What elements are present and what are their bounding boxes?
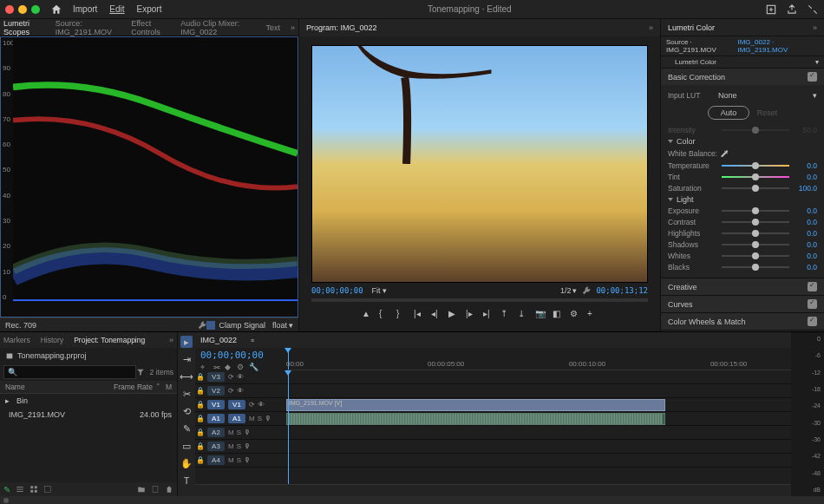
saturation-value[interactable]: 100.0 xyxy=(793,184,817,193)
clamp-checkbox[interactable] xyxy=(206,321,215,330)
lock-icon[interactable]: 🔒 xyxy=(195,401,206,409)
chevron-right-icon[interactable]: ▸ xyxy=(5,396,10,405)
voiceover-icon[interactable]: 🎙 xyxy=(265,415,271,422)
sync-lock-icon[interactable]: ⟳ xyxy=(249,401,255,409)
tab-lumetri-scopes[interactable]: Lumetri Scopes xyxy=(3,19,45,36)
chevron-down-icon[interactable]: ▾ xyxy=(572,286,577,295)
track-v2[interactable]: V2 xyxy=(207,386,225,396)
timeline-timecode[interactable]: 00;00;00;00 xyxy=(200,350,281,361)
eye-icon[interactable]: 👁 xyxy=(237,373,244,381)
time-ruler[interactable]: 00:00 00:00:05:00 00:00:10:00 00:00:15:0… xyxy=(286,348,791,370)
lumetri-fx-select[interactable]: Lumetri Color xyxy=(675,58,716,66)
col-framerate[interactable]: Frame Rate xyxy=(114,383,153,391)
highlights-slider[interactable] xyxy=(722,232,789,234)
mute-icon[interactable]: M xyxy=(228,442,234,450)
rectangle-tool-icon[interactable]: ▭ xyxy=(180,440,193,452)
lift-icon[interactable]: ⤒ xyxy=(500,309,511,319)
list-view-icon[interactable] xyxy=(16,485,24,494)
tab-sequence[interactable]: IMG_0022 xyxy=(200,336,237,344)
tab-history[interactable]: History xyxy=(41,336,63,344)
input-lut-dropdown[interactable]: None xyxy=(718,91,813,100)
lock-icon[interactable]: 🔒 xyxy=(195,429,206,436)
play-icon[interactable]: ▶ xyxy=(448,309,459,319)
mute-icon[interactable]: M xyxy=(228,456,234,464)
enable-checkbox[interactable] xyxy=(808,282,817,291)
workspace-edit[interactable]: Edit xyxy=(109,4,124,14)
home-icon[interactable] xyxy=(50,3,62,16)
mute-icon[interactable]: M xyxy=(249,415,255,422)
tab-source[interactable]: Source: IMG_2191.MOV xyxy=(56,19,121,36)
quick-export-icon[interactable] xyxy=(765,3,777,16)
blacks-slider[interactable] xyxy=(722,266,789,268)
temperature-slider[interactable] xyxy=(722,165,789,167)
tab-program[interactable]: Program: IMG_0022 xyxy=(306,23,377,32)
section-curves[interactable]: Curves xyxy=(661,296,824,312)
lock-icon[interactable]: 🔒 xyxy=(195,415,206,422)
export-frame-icon[interactable]: 📷 xyxy=(535,309,546,319)
project-item-bin[interactable]: ▸Bin xyxy=(0,394,177,408)
track-select-tool-icon[interactable]: ⇥ xyxy=(180,353,193,365)
compare-icon[interactable]: ◧ xyxy=(553,309,563,319)
freeform-view-icon[interactable] xyxy=(43,485,52,494)
new-bin-icon[interactable] xyxy=(137,485,146,494)
eye-icon[interactable]: 👁 xyxy=(258,401,265,409)
extract-icon[interactable]: ⤓ xyxy=(518,309,528,319)
track-a3[interactable]: A3 xyxy=(207,442,225,451)
step-fwd-icon[interactable]: |▸ xyxy=(466,309,476,319)
solo-icon[interactable]: S xyxy=(237,456,241,464)
disclosure-icon[interactable] xyxy=(668,140,673,143)
shadows-value[interactable]: 0.0 xyxy=(793,240,817,249)
track-a2[interactable]: A2 xyxy=(207,428,225,437)
tab-effect-controls[interactable]: Effect Controls xyxy=(131,19,170,36)
lock-icon[interactable]: 🔒 xyxy=(195,387,206,395)
lumetri-source-current[interactable]: IMG_0022 · IMG_2191.MOV xyxy=(737,38,819,54)
exposure-value[interactable]: 0.0 xyxy=(793,206,817,215)
program-monitor[interactable] xyxy=(311,45,648,283)
razor-tool-icon[interactable]: ✂ xyxy=(180,388,193,400)
hand-tool-icon[interactable]: ✋ xyxy=(180,457,193,469)
section-basic-correction[interactable]: Basic Correction xyxy=(661,69,824,85)
sort-asc-icon[interactable]: ˄ xyxy=(156,383,160,391)
track-v3[interactable]: V3 xyxy=(207,372,225,382)
go-to-in-icon[interactable]: |◂ xyxy=(414,309,424,319)
tab-text[interactable]: Text xyxy=(265,23,280,32)
temperature-value[interactable]: 0.0 xyxy=(793,161,817,170)
sync-lock-icon[interactable]: ⟳ xyxy=(228,373,234,381)
fit-dropdown[interactable]: Fit xyxy=(372,286,381,295)
track-target-v1[interactable]: V1 xyxy=(207,400,225,409)
trash-icon[interactable] xyxy=(165,485,173,494)
resolution-dropdown[interactable]: 1/2 xyxy=(560,286,572,295)
icon-view-icon[interactable] xyxy=(29,485,38,494)
disclosure-icon[interactable] xyxy=(668,198,673,201)
eye-icon[interactable]: 👁 xyxy=(237,387,244,395)
shadows-slider[interactable] xyxy=(722,244,789,245)
ripple-edit-tool-icon[interactable]: ⟷ xyxy=(180,370,193,383)
collapse-icon[interactable]: » xyxy=(291,23,295,32)
whites-value[interactable]: 0.0 xyxy=(793,252,817,260)
chevron-down-icon[interactable]: ▾ xyxy=(383,286,387,295)
enable-checkbox[interactable] xyxy=(808,317,817,326)
mark-out-icon[interactable]: } xyxy=(396,309,407,319)
minimize-window-icon[interactable] xyxy=(18,5,27,14)
track-a1[interactable]: A1 xyxy=(228,414,245,423)
collapse-icon[interactable]: » xyxy=(169,336,173,344)
contrast-slider[interactable] xyxy=(722,221,789,223)
type-tool-icon[interactable]: T xyxy=(180,475,193,487)
tint-slider[interactable] xyxy=(722,176,789,178)
settings-icon[interactable]: ⚙ xyxy=(570,309,580,319)
track-content[interactable]: IMG_2191.MOV [V] xyxy=(286,370,791,484)
track-a4[interactable]: A4 xyxy=(207,455,225,465)
enable-checkbox[interactable] xyxy=(808,72,817,82)
lock-icon[interactable]: 🔒 xyxy=(195,456,206,464)
pen-tool-icon[interactable]: ✎ xyxy=(180,422,193,435)
col-metadata[interactable]: M xyxy=(166,383,172,391)
mute-icon[interactable]: M xyxy=(228,429,234,436)
solo-icon[interactable]: S xyxy=(258,415,262,422)
funnel-icon[interactable] xyxy=(136,368,145,376)
lock-icon[interactable]: 🔒 xyxy=(195,373,206,381)
tab-project[interactable]: Project: Tonemapping xyxy=(74,336,145,344)
workspace-export[interactable]: Export xyxy=(137,4,162,14)
workspace-import[interactable]: Import xyxy=(73,4,97,14)
tint-value[interactable]: 0.0 xyxy=(793,173,817,181)
pencil-icon[interactable]: ✎ xyxy=(3,485,10,494)
